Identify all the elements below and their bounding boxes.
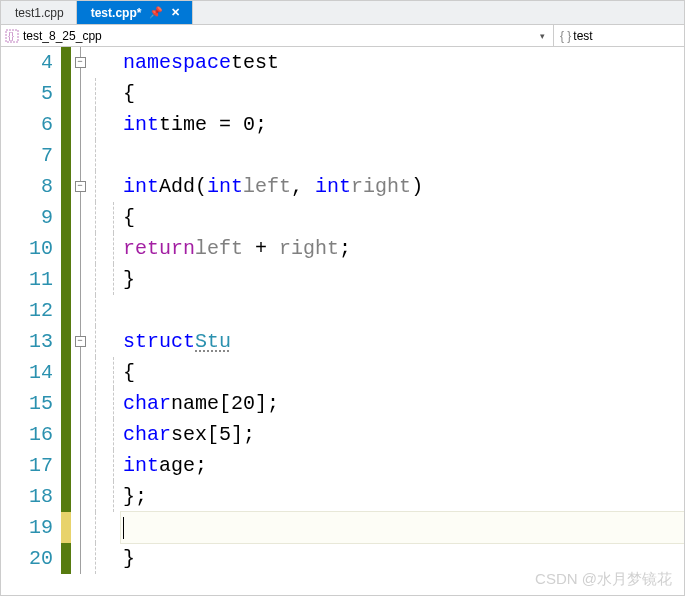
- punct: [5]: [207, 423, 243, 446]
- line-number: 19: [1, 516, 61, 539]
- param: right: [351, 175, 411, 198]
- code-line[interactable]: int Add(int left, int right): [121, 171, 684, 202]
- svg-text:{}: {}: [8, 31, 14, 41]
- punct: ): [411, 175, 423, 198]
- keyword: char: [123, 423, 171, 446]
- change-marker: [61, 233, 71, 264]
- code-line[interactable]: struct Stu: [121, 326, 684, 357]
- line-number: 9: [1, 206, 61, 229]
- code-line[interactable]: [121, 140, 684, 171]
- punct: ;: [195, 454, 207, 477]
- code-editor[interactable]: 4− 5 6 7 8− 9 10 11 12 13− 14 15 16 17 1…: [1, 47, 684, 596]
- caret-icon: [123, 517, 124, 539]
- line-number: 14: [1, 361, 61, 384]
- keyword: struct: [123, 330, 195, 353]
- keyword: int: [123, 454, 159, 477]
- navigation-bar: {} test_8_25_cpp ▾ { } test: [1, 25, 684, 47]
- punct: (: [195, 175, 207, 198]
- code-line[interactable]: {: [121, 202, 684, 233]
- fold-toggle[interactable]: −: [75, 336, 86, 347]
- change-marker: [61, 388, 71, 419]
- punct: ;: [339, 237, 351, 260]
- keyword: int: [207, 175, 243, 198]
- code-line[interactable]: int age;: [121, 450, 684, 481]
- identifier: name: [171, 392, 219, 415]
- gutter: 4− 5 6 7 8− 9 10 11 12 13− 14 15 16 17 1…: [1, 47, 121, 596]
- line-number: 11: [1, 268, 61, 291]
- line-number: 16: [1, 423, 61, 446]
- identifier: Add: [159, 175, 195, 198]
- punct: ;: [267, 392, 279, 415]
- scope-label: test_8_25_cpp: [23, 29, 102, 43]
- code-line[interactable]: int time = 0;: [121, 109, 684, 140]
- punct: ;: [255, 113, 267, 136]
- type-name: Stu: [195, 330, 231, 353]
- change-marker: [61, 295, 71, 326]
- code-line[interactable]: char sex[5];: [121, 419, 684, 450]
- line-number: 12: [1, 299, 61, 322]
- scope-dropdown[interactable]: {} test_8_25_cpp ▾: [1, 25, 554, 46]
- punct: [20]: [219, 392, 267, 415]
- code-area[interactable]: namespace test { int time = 0; int Add(i…: [121, 47, 684, 596]
- change-marker: [61, 419, 71, 450]
- tab-test-active[interactable]: test.cpp* 📌 ✕: [77, 1, 194, 24]
- tab-label: test1.cpp: [15, 6, 64, 20]
- fold-toggle[interactable]: −: [75, 181, 86, 192]
- keyword: return: [123, 237, 195, 260]
- operator: =: [207, 113, 243, 136]
- change-marker: [61, 109, 71, 140]
- brace: {: [123, 82, 135, 105]
- code-line[interactable]: {: [121, 357, 684, 388]
- close-icon[interactable]: ✕: [171, 6, 180, 19]
- chevron-down-icon[interactable]: ▾: [535, 31, 549, 41]
- line-number: 5: [1, 82, 61, 105]
- code-line[interactable]: };: [121, 481, 684, 512]
- change-marker: [61, 543, 71, 574]
- change-marker: [61, 78, 71, 109]
- punct: };: [123, 485, 147, 508]
- change-marker-unsaved: [61, 512, 71, 543]
- code-line[interactable]: {: [121, 78, 684, 109]
- member-dropdown[interactable]: { } test: [554, 25, 684, 46]
- change-marker: [61, 171, 71, 202]
- keyword: int: [315, 175, 351, 198]
- line-number: 7: [1, 144, 61, 167]
- tab-label: test.cpp*: [91, 6, 142, 20]
- change-marker: [61, 264, 71, 295]
- identifier: time: [159, 113, 207, 136]
- brace-icon: { }: [560, 29, 571, 43]
- code-line[interactable]: char name[20];: [121, 388, 684, 419]
- line-number: 18: [1, 485, 61, 508]
- line-number: 8: [1, 175, 61, 198]
- keyword: int: [123, 113, 159, 136]
- code-line[interactable]: [121, 295, 684, 326]
- brace: {: [123, 361, 135, 384]
- change-marker: [61, 326, 71, 357]
- tab-test1[interactable]: test1.cpp: [1, 1, 77, 24]
- code-line[interactable]: return left + right;: [121, 233, 684, 264]
- line-number: 17: [1, 454, 61, 477]
- code-line[interactable]: }: [121, 264, 684, 295]
- pin-icon[interactable]: 📌: [149, 6, 163, 19]
- identifier: test: [231, 51, 279, 74]
- line-number: 4: [1, 51, 61, 74]
- brace: }: [123, 268, 135, 291]
- line-number: 6: [1, 113, 61, 136]
- operator: +: [243, 237, 279, 260]
- code-line[interactable]: namespace test: [121, 47, 684, 78]
- code-line[interactable]: }: [121, 543, 684, 574]
- change-marker: [61, 140, 71, 171]
- change-marker: [61, 202, 71, 233]
- punct: ,: [291, 175, 315, 198]
- fold-toggle[interactable]: −: [75, 57, 86, 68]
- change-marker: [61, 450, 71, 481]
- keyword: char: [123, 392, 171, 415]
- code-line-current[interactable]: [121, 512, 684, 543]
- namespace-icon: {}: [5, 29, 19, 43]
- change-marker: [61, 481, 71, 512]
- line-number: 20: [1, 547, 61, 570]
- change-marker: [61, 47, 71, 78]
- keyword: int: [123, 175, 159, 198]
- brace: {: [123, 206, 135, 229]
- keyword: namespace: [123, 51, 231, 74]
